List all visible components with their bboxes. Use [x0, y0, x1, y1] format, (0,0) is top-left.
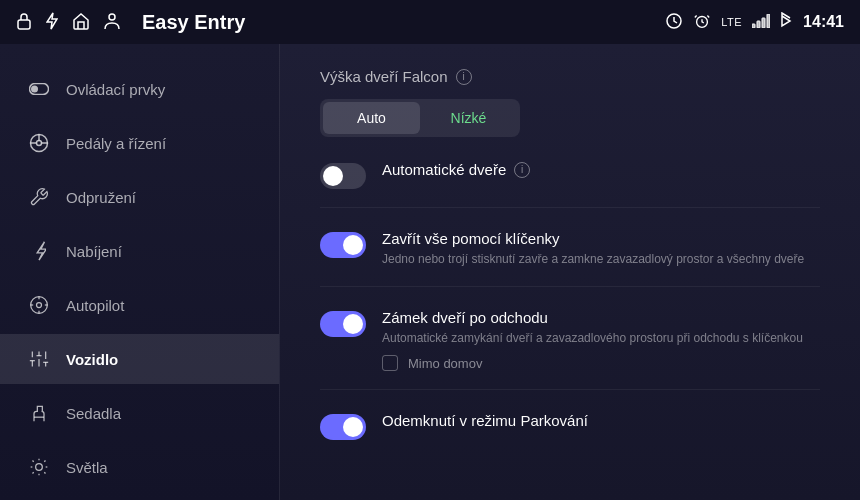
svg-point-31	[36, 464, 43, 471]
svg-rect-7	[767, 14, 770, 28]
toggle-knob-automaticke	[323, 166, 343, 186]
svg-rect-4	[752, 24, 755, 28]
status-bar: Easy Entry LTE	[0, 0, 860, 44]
toggle-knob-zavrit	[343, 235, 363, 255]
svg-line-38	[33, 472, 34, 473]
checkbox-mimo-domov[interactable]	[382, 355, 398, 371]
svg-line-35	[44, 472, 45, 473]
setting-text-zavrit: Zavřít vše pomocí klíčenky Jedno nebo tr…	[382, 230, 820, 268]
svg-line-39	[44, 461, 45, 462]
setting-label-zavrit: Zavřít vše pomocí klíčenky	[382, 230, 820, 247]
sidebar: Ovládací prvky Pedály a řízení Odpru	[0, 44, 280, 500]
bluetooth-icon	[780, 12, 792, 33]
auto-option[interactable]: Auto	[323, 102, 420, 134]
toggle-icon	[28, 78, 50, 100]
toggle-knob-odemknuti	[343, 417, 363, 437]
svg-rect-6	[762, 18, 765, 28]
setting-label-odemknuti: Odemknutí v režimu Parkování	[382, 412, 820, 429]
toggle-zavrit-vse[interactable]	[320, 232, 366, 258]
falcon-section-title: Výška dveří Falcon i	[320, 68, 820, 85]
sidebar-item-pedaly-rizeni[interactable]: Pedály a řízení	[0, 118, 279, 168]
falcon-height-toggle: Auto Nízké	[320, 99, 520, 137]
lte-indicator: LTE	[721, 16, 742, 28]
sidebar-item-sedadla[interactable]: Sedadla	[0, 388, 279, 438]
setting-label-zamek: Zámek dveří po odchodu	[382, 309, 820, 326]
time-display: 14:41	[802, 13, 844, 31]
sidebar-item-autopilot[interactable]: Autopilot	[0, 280, 279, 330]
person-icon	[104, 12, 120, 33]
home-icon	[72, 12, 90, 33]
sidebar-item-ovladaci-prvky[interactable]: Ovládací prvky	[0, 64, 279, 114]
sidebar-item-nabijeni[interactable]: Nabíjení	[0, 226, 279, 276]
svg-rect-0	[18, 20, 30, 29]
svg-point-16	[37, 303, 42, 308]
setting-automaticke-dvere: Automatické dveře i	[320, 161, 820, 208]
setting-text-automaticke: Automatické dveře i	[382, 161, 820, 181]
svg-point-1	[109, 14, 115, 20]
sidebar-label-ovladaci-prvky: Ovládací prvky	[66, 81, 165, 98]
app-title: Easy Entry	[142, 11, 245, 34]
sidebar-label-autopilot: Autopilot	[66, 297, 124, 314]
svg-point-9	[31, 86, 38, 93]
sub-label-mimo-domov: Mimo domov	[408, 356, 482, 371]
svg-point-11	[37, 141, 42, 146]
content-area: Výška dveří Falcon i Auto Nízké Automati…	[280, 44, 860, 500]
bolt-icon	[46, 12, 58, 33]
nizke-option[interactable]: Nízké	[420, 102, 517, 134]
autopilot-icon	[28, 294, 50, 316]
setting-odemknuti-parkovani: Odemknutí v režimu Parkování	[320, 412, 820, 458]
setting-label-automaticke: Automatické dveře i	[382, 161, 820, 178]
main-content: Ovládací prvky Pedály a řízení Odpru	[0, 44, 860, 500]
falcon-info-icon[interactable]: i	[456, 69, 472, 85]
charging-bolt-icon	[28, 240, 50, 262]
setting-desc-zamek: Automatické zamykání dveří a zavazadlové…	[382, 329, 820, 347]
steering-wheel-icon	[28, 132, 50, 154]
toggle-knob-zamek	[343, 314, 363, 334]
seat-icon	[28, 402, 50, 424]
sun-icon	[28, 456, 50, 478]
sub-option-mimo-domov: Mimo domov	[382, 355, 820, 371]
sidebar-item-vozidlo[interactable]: Vozidlo	[0, 334, 279, 384]
sidebar-label-nabijeni: Nabíjení	[66, 243, 122, 260]
clock-icon	[665, 12, 683, 33]
toggle-odemknuti-parkovani[interactable]	[320, 414, 366, 440]
setting-text-zamek: Zámek dveří po odchodu Automatické zamyk…	[382, 309, 820, 371]
wrench-icon	[28, 186, 50, 208]
setting-text-odemknuti: Odemknutí v režimu Parkování	[382, 412, 820, 432]
automaticke-info-icon[interactable]: i	[514, 162, 530, 178]
setting-desc-zavrit: Jedno nebo trojí stisknutí zavře a zamkn…	[382, 250, 820, 268]
toggle-automaticke-dvere[interactable]	[320, 163, 366, 189]
sidebar-item-odprozeni[interactable]: Odpružení	[0, 172, 279, 222]
svg-line-34	[33, 461, 34, 462]
toggle-zamek-odchod[interactable]	[320, 311, 366, 337]
sliders-icon	[28, 348, 50, 370]
svg-rect-5	[757, 21, 760, 28]
sidebar-label-odprozeni: Odpružení	[66, 189, 136, 206]
status-left: Easy Entry	[16, 11, 245, 34]
sidebar-label-svetla: Světla	[66, 459, 108, 476]
setting-zamek-po-odchodu: Zámek dveří po odchodu Automatické zamyk…	[320, 309, 820, 390]
sidebar-label-pedaly: Pedály a řízení	[66, 135, 166, 152]
alarm-icon	[693, 12, 711, 33]
status-right: LTE 14:41	[665, 12, 844, 33]
sidebar-item-svetla[interactable]: Světla	[0, 442, 279, 492]
sidebar-label-sedadla: Sedadla	[66, 405, 121, 422]
signal-bars-icon	[752, 14, 770, 31]
lock-icon	[16, 12, 32, 33]
setting-zavrit-vse: Zavřít vše pomocí klíčenky Jedno nebo tr…	[320, 230, 820, 287]
sidebar-label-vozidlo: Vozidlo	[66, 351, 118, 368]
